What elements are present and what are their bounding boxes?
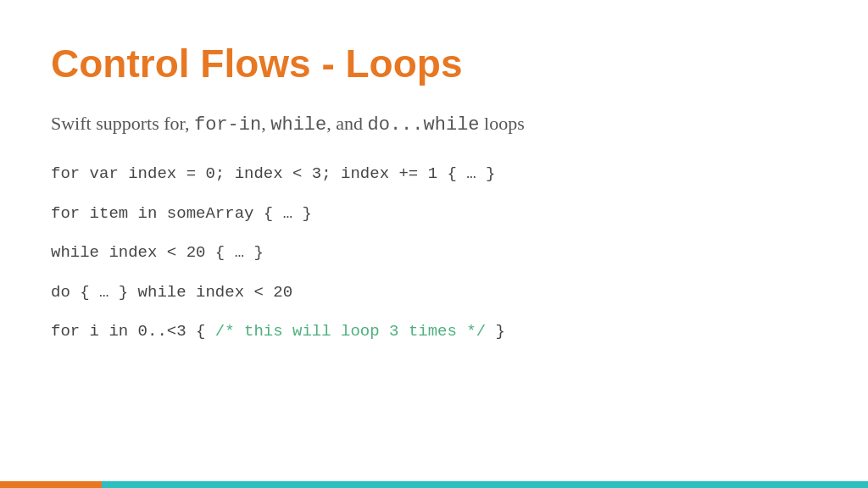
code-line-5: for i in 0..<3 { /* this will loop 3 tim…	[51, 319, 817, 344]
code-line-2: for item in someArray { … }	[51, 202, 817, 226]
bottom-teal-bar	[0, 481, 868, 488]
slide-subtitle: Swift supports for, for-in, while, and d…	[51, 111, 817, 139]
code-comment: /* this will loop 3 times */	[215, 322, 486, 341]
slide-title: Control Flows - Loops	[51, 42, 817, 86]
code-line-4: do { … } while index < 20	[51, 280, 817, 305]
code-after-comment: }	[486, 322, 505, 341]
slide: Control Flows - Loops Swift supports for…	[0, 0, 868, 488]
code-line-3: while index < 20 { … }	[51, 241, 817, 265]
code-before-comment: for i in 0..<3 {	[51, 322, 215, 341]
bottom-orange-bar	[0, 481, 102, 488]
code-line-1: for var index = 0; index < 3; index += 1…	[51, 162, 817, 186]
